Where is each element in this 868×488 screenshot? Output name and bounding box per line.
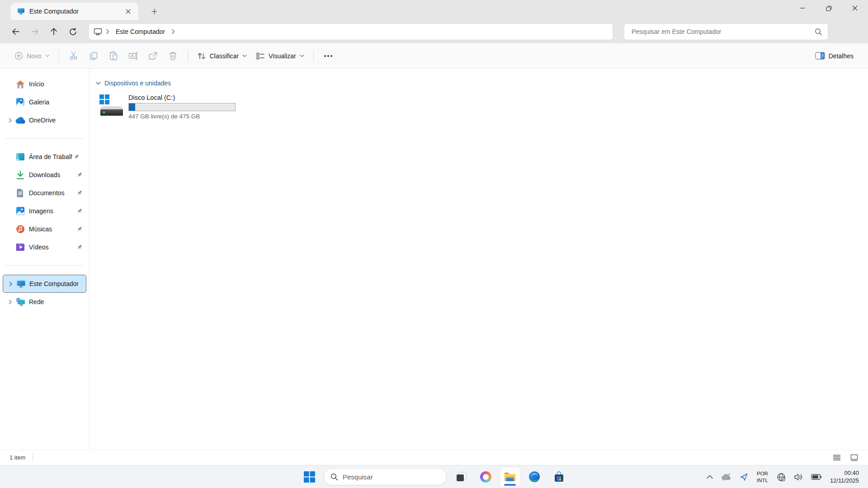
chevron-down-icon bbox=[45, 54, 50, 57]
store-icon bbox=[553, 471, 565, 483]
sort-button[interactable]: Classificar bbox=[193, 47, 252, 65]
statusbar-separator bbox=[33, 454, 33, 462]
music-icon bbox=[15, 224, 25, 234]
rename-button[interactable] bbox=[123, 47, 143, 65]
task-view-icon bbox=[456, 471, 467, 482]
onedrive-status-button[interactable] bbox=[718, 468, 735, 486]
expand-chevron-icon[interactable] bbox=[6, 282, 15, 286]
file-explorer-icon bbox=[504, 471, 516, 482]
sidebar-item-rede[interactable]: Rede bbox=[3, 293, 86, 311]
breadcrumb-item[interactable]: Este Computador bbox=[116, 28, 165, 35]
taskbar-search-input[interactable] bbox=[343, 473, 440, 481]
group-header-label: Dispositivos e unidades bbox=[104, 80, 171, 87]
file-explorer-button[interactable] bbox=[500, 467, 520, 486]
start-button[interactable] bbox=[299, 467, 319, 486]
sidebar-item-onedrive[interactable]: OneDrive bbox=[3, 111, 86, 129]
breadcrumb-chevron-icon[interactable] bbox=[171, 29, 175, 34]
tab-close-icon[interactable] bbox=[122, 5, 134, 17]
item-count: 1 item bbox=[9, 454, 25, 461]
chevron-up-icon bbox=[707, 475, 713, 479]
language-code: POR bbox=[757, 470, 768, 477]
battery-icon bbox=[811, 474, 821, 480]
sidebar-item-area-de-trabalho[interactable]: Área de Trabalho bbox=[3, 148, 86, 166]
search-icon bbox=[330, 473, 338, 481]
network-status-button[interactable] bbox=[774, 468, 789, 486]
thumbnail-view-toggle[interactable] bbox=[846, 452, 862, 464]
cut-button[interactable] bbox=[64, 47, 84, 65]
cut-icon bbox=[69, 51, 78, 61]
refresh-button[interactable] bbox=[63, 23, 82, 40]
edge-button[interactable] bbox=[524, 467, 544, 486]
new-button[interactable]: Novo bbox=[10, 47, 54, 65]
language-indicator[interactable]: POR INTL bbox=[753, 470, 772, 484]
restore-icon bbox=[826, 5, 832, 11]
address-computer-icon bbox=[94, 28, 102, 36]
chevron-down-icon bbox=[242, 54, 247, 57]
paste-button[interactable] bbox=[104, 47, 123, 65]
restore-button[interactable] bbox=[816, 0, 842, 16]
content-pane: Dispositivos e unidades Disco Local (C:) bbox=[90, 69, 868, 450]
expand-chevron-icon[interactable] bbox=[5, 300, 14, 305]
battery-button[interactable] bbox=[808, 468, 825, 486]
sidebar-item-inicio[interactable]: Início bbox=[3, 75, 86, 93]
up-button[interactable] bbox=[44, 23, 63, 40]
copy-icon bbox=[89, 52, 98, 61]
keyboard-layout: INTL bbox=[757, 477, 768, 484]
drive-free-space: 447 GB livre(s) de 475 GB bbox=[128, 113, 236, 120]
sidebar-item-este-computador[interactable]: Este Computador bbox=[3, 275, 86, 293]
forward-button[interactable] bbox=[25, 23, 44, 40]
minimize-button[interactable] bbox=[789, 0, 816, 16]
copilot-icon bbox=[480, 471, 491, 483]
thumbnail-view-icon bbox=[850, 454, 858, 461]
drive-item[interactable]: Disco Local (C:) 447 GB livre(s) de 475 … bbox=[96, 92, 239, 122]
this-pc-icon bbox=[16, 279, 26, 289]
pictures-icon bbox=[15, 206, 25, 216]
new-tab-button[interactable] bbox=[147, 5, 161, 18]
store-button[interactable] bbox=[549, 467, 569, 486]
expand-chevron-icon[interactable] bbox=[5, 118, 14, 123]
sidebar-item-documentos[interactable]: Documentos bbox=[3, 184, 86, 202]
hidden-icons-button[interactable] bbox=[703, 468, 716, 486]
share-button[interactable] bbox=[143, 47, 163, 65]
explorer-search-box[interactable] bbox=[624, 23, 828, 40]
view-icon bbox=[256, 52, 265, 60]
toolbar-separator bbox=[188, 50, 188, 62]
sort-icon bbox=[197, 52, 206, 61]
close-button[interactable] bbox=[842, 0, 868, 16]
speaker-icon bbox=[794, 473, 803, 481]
sidebar-item-imagens[interactable]: Imagens bbox=[3, 202, 86, 220]
sidebar-item-downloads[interactable]: Downloads bbox=[3, 166, 86, 184]
navigation-bar: Este Computador bbox=[0, 20, 868, 43]
onedrive-icon bbox=[15, 115, 25, 125]
rename-icon bbox=[128, 52, 138, 60]
group-header-devices[interactable]: Dispositivos e unidades bbox=[96, 80, 868, 87]
drive-usage-fill bbox=[129, 103, 135, 111]
sidebar-item-videos[interactable]: Vídeos bbox=[3, 238, 86, 256]
system-tray: POR INTL bbox=[703, 465, 863, 488]
taskbar-search[interactable] bbox=[324, 468, 447, 485]
sidebar-separator bbox=[5, 138, 85, 139]
sidebar-item-galeria[interactable]: Galeria bbox=[3, 93, 86, 111]
details-pane-button[interactable]: Detalhes bbox=[811, 47, 858, 65]
more-options-button[interactable] bbox=[318, 47, 338, 65]
sidebar-item-musicas[interactable]: Músicas bbox=[3, 220, 86, 238]
window-controls bbox=[789, 0, 868, 16]
up-arrow-icon bbox=[49, 27, 58, 36]
details-view-toggle[interactable] bbox=[829, 452, 844, 464]
volume-button[interactable] bbox=[791, 468, 806, 486]
task-view-button[interactable] bbox=[451, 467, 471, 486]
view-button[interactable]: Visualizar bbox=[251, 47, 308, 65]
pin-icon bbox=[75, 172, 84, 178]
drive-name: Disco Local (C:) bbox=[128, 94, 236, 101]
new-plus-icon bbox=[14, 52, 23, 60]
copy-button[interactable] bbox=[84, 47, 104, 65]
explorer-search-input[interactable] bbox=[632, 28, 815, 35]
delete-button[interactable] bbox=[163, 47, 183, 65]
explorer-tab[interactable]: Este Computador bbox=[11, 3, 138, 20]
clock[interactable]: 00:40 12/11/2025 bbox=[826, 469, 863, 485]
copilot-button[interactable] bbox=[476, 467, 495, 486]
location-button[interactable] bbox=[736, 468, 751, 486]
back-button[interactable] bbox=[6, 23, 25, 40]
toolbar-separator bbox=[59, 50, 59, 62]
address-bar[interactable]: Este Computador bbox=[89, 23, 613, 40]
